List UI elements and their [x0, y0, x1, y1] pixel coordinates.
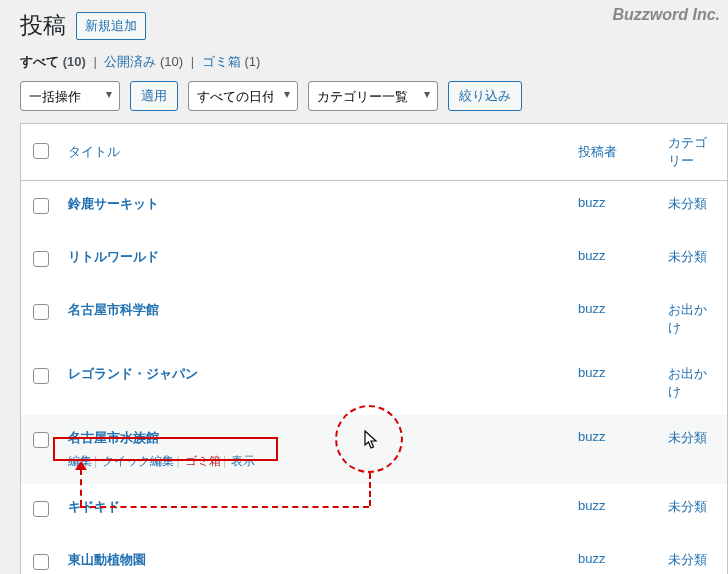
- post-category-link[interactable]: 未分類: [668, 196, 707, 211]
- post-author-link[interactable]: buzz: [578, 195, 605, 210]
- row-checkbox[interactable]: [33, 368, 49, 384]
- post-title-link[interactable]: 鈴鹿サーキット: [68, 196, 159, 211]
- apply-button[interactable]: 適用: [130, 81, 178, 111]
- table-row: 鈴鹿サーキット buzz 未分類: [21, 181, 728, 235]
- post-title-link[interactable]: 名古屋市水族館: [68, 430, 159, 445]
- row-checkbox[interactable]: [33, 501, 49, 517]
- add-new-button[interactable]: 新規追加: [76, 12, 146, 40]
- post-author-link[interactable]: buzz: [578, 365, 605, 380]
- table-row: 東山動植物園 buzz 未分類: [21, 537, 728, 574]
- post-category-link[interactable]: お出かけ: [668, 366, 707, 399]
- post-author-link[interactable]: buzz: [578, 301, 605, 316]
- posts-table: タイトル 投稿者 カテゴリー 鈴鹿サーキット buzz 未分類 リトルワールド …: [20, 123, 728, 574]
- post-title-link[interactable]: レゴランド・ジャパン: [68, 366, 198, 381]
- filter-all-count: (10): [63, 54, 86, 69]
- post-category-link[interactable]: 未分類: [668, 249, 707, 264]
- filter-published-label: 公開済み: [104, 54, 156, 69]
- filter-published[interactable]: 公開済み (10): [104, 54, 186, 69]
- filter-all-label: すべて: [20, 54, 59, 69]
- filter-button[interactable]: 絞り込み: [448, 81, 522, 111]
- bulk-action-select[interactable]: 一括操作: [20, 81, 120, 111]
- table-row: リトルワールド buzz 未分類: [21, 234, 728, 287]
- post-author-link[interactable]: buzz: [578, 498, 605, 513]
- post-author-link[interactable]: buzz: [578, 248, 605, 263]
- post-title-link[interactable]: リトルワールド: [68, 249, 159, 264]
- row-checkbox[interactable]: [33, 554, 49, 570]
- post-category-link[interactable]: お出かけ: [668, 302, 707, 335]
- table-row: 名古屋市科学館 buzz お出かけ: [21, 287, 728, 351]
- filter-trash[interactable]: ゴミ箱 (1): [202, 54, 261, 69]
- table-row: 名古屋市水族館 編集| クイック編集| ゴミ箱| 表示 buzz 未分類: [21, 415, 728, 484]
- filter-all[interactable]: すべて (10): [20, 54, 89, 69]
- column-title[interactable]: タイトル: [68, 144, 120, 159]
- filter-trash-count: (1): [244, 54, 260, 69]
- post-title-link[interactable]: 東山動植物園: [68, 552, 146, 567]
- page-title: 投稿: [20, 10, 66, 41]
- post-author-link[interactable]: buzz: [578, 551, 605, 566]
- row-checkbox[interactable]: [33, 304, 49, 320]
- filter-published-count: (10): [160, 54, 183, 69]
- select-all-checkbox[interactable]: [33, 143, 49, 159]
- edit-link[interactable]: 編集: [68, 454, 92, 468]
- table-row: レゴランド・ジャパン buzz お出かけ: [21, 351, 728, 415]
- row-checkbox[interactable]: [33, 432, 49, 448]
- trash-link[interactable]: ゴミ箱: [185, 454, 221, 468]
- row-checkbox[interactable]: [33, 198, 49, 214]
- column-categories: カテゴリー: [660, 124, 728, 181]
- table-row: キドキド buzz 未分類: [21, 484, 728, 537]
- post-title-link[interactable]: 名古屋市科学館: [68, 302, 159, 317]
- column-author: 投稿者: [570, 124, 660, 181]
- brand-label: Buzzword Inc.: [612, 6, 720, 24]
- post-title-link[interactable]: キドキド: [68, 499, 120, 514]
- row-actions: 編集| クイック編集| ゴミ箱| 表示: [68, 453, 562, 470]
- post-category-link[interactable]: 未分類: [668, 499, 707, 514]
- post-category-link[interactable]: 未分類: [668, 430, 707, 445]
- date-filter-select[interactable]: すべての日付: [188, 81, 298, 111]
- filter-trash-label: ゴミ箱: [202, 54, 241, 69]
- post-category-link[interactable]: 未分類: [668, 552, 707, 567]
- status-filter-bar: すべて (10) | 公開済み (10) | ゴミ箱 (1): [20, 53, 728, 71]
- category-filter-select[interactable]: カテゴリー一覧: [308, 81, 438, 111]
- quick-edit-link[interactable]: クイック編集: [102, 454, 174, 468]
- view-link[interactable]: 表示: [231, 454, 255, 468]
- row-checkbox[interactable]: [33, 251, 49, 267]
- post-author-link[interactable]: buzz: [578, 429, 605, 444]
